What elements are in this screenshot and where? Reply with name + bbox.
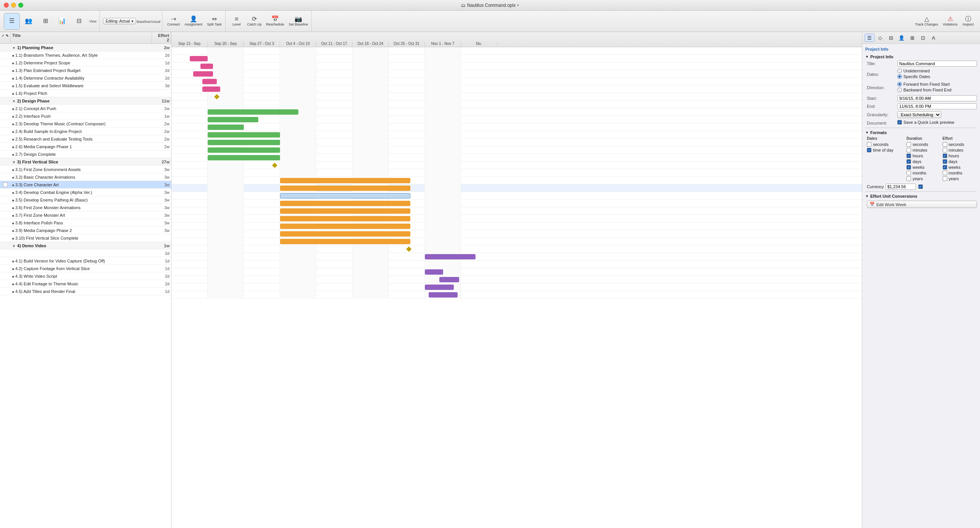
gantt-row[interactable]	[171, 93, 862, 101]
list-item[interactable]: 3.6) First Zone Monster Animations3w	[0, 204, 171, 211]
gantt-bar[interactable]	[429, 292, 458, 298]
gantt-row[interactable]	[171, 55, 862, 62]
gantt-row[interactable]	[171, 146, 862, 154]
gantt-row[interactable]	[171, 291, 862, 299]
list-item[interactable]: 3.7) First Zone Monster Art3w	[0, 211, 171, 219]
eff-weeks-cb[interactable]: ✓	[943, 165, 947, 170]
dur-days-cb[interactable]: ✓	[906, 159, 911, 164]
gantt-bar[interactable]	[208, 147, 280, 153]
title-input[interactable]	[897, 61, 977, 67]
dur-weeks-cb[interactable]: ✓	[906, 165, 911, 170]
gantt-row[interactable]	[171, 47, 862, 55]
granularity-select[interactable]: Exact Scheduling	[897, 111, 941, 118]
list-item[interactable]: 1.5) Evaluate and Select Middleware3d	[0, 82, 171, 90]
list-item[interactable]: 1.6) Project Pitch	[0, 90, 171, 97]
list-item[interactable]: 3.9) Media Campaign Phase 23w	[0, 227, 171, 234]
list-item[interactable]: 2d	[0, 250, 171, 257]
list-item[interactable]: 4.4) Edit Footage to Theme Music2d	[0, 280, 171, 288]
gantt-row[interactable]	[171, 62, 862, 70]
dur-hours-row[interactable]: ✓ hours	[906, 154, 941, 158]
gantt-row[interactable]	[171, 215, 862, 222]
gantt-area[interactable]: Sep 13 - SepSep 20 - SepSep 27 - Oct 3Oc…	[171, 32, 862, 528]
eff-days-row[interactable]: ✓ days	[943, 159, 977, 164]
inspect-button[interactable]: ⓘ Inspect	[960, 13, 976, 30]
view-people-button[interactable]: 👥	[21, 13, 37, 30]
gantt-bar[interactable]	[425, 285, 454, 290]
document-checkbox-row[interactable]: ✓ Save a Quick Look preview	[897, 120, 954, 125]
direction-forward-row[interactable]: Forward from Fixed Start	[897, 82, 951, 86]
gantt-bar[interactable]	[425, 269, 443, 275]
gantt-row[interactable]	[171, 253, 862, 261]
dur-days-row[interactable]: ✓ days	[906, 159, 941, 164]
gantt-bar[interactable]	[190, 56, 208, 61]
dates-timeofday-cb[interactable]: ✓	[867, 148, 871, 152]
dur-months-cb[interactable]	[906, 171, 911, 175]
gantt-row[interactable]	[171, 261, 862, 268]
rp-text-btn[interactable]: A	[929, 34, 938, 42]
gantt-bar[interactable]	[208, 140, 280, 145]
gantt-bar[interactable]	[208, 117, 258, 122]
expand-triangle-icon[interactable]: ▼	[12, 244, 16, 248]
list-item[interactable]: ▼ 4) Demo Video1w	[0, 242, 171, 250]
list-item[interactable]: ▼ 1) Planning Phase2w	[0, 44, 171, 51]
list-item[interactable]: 3.5) Develop Enemy Pathing AI (Basic)3w	[0, 196, 171, 204]
list-item[interactable]: 2.6) Media Campaign Phase 12w	[0, 143, 171, 150]
gantt-row[interactable]	[171, 283, 862, 291]
split-task-button[interactable]: ⇔ Split Task	[205, 13, 223, 30]
gantt-row[interactable]	[171, 192, 862, 200]
dur-minutes-cb[interactable]	[906, 148, 911, 152]
view-network-button[interactable]: ⊞	[37, 13, 53, 30]
gantt-row[interactable]	[171, 116, 862, 123]
list-item[interactable]: 2.7) Design Complete	[0, 150, 171, 158]
close-button[interactable]	[4, 3, 9, 8]
direction-backward-row[interactable]: Backward from Fixed End	[897, 88, 951, 92]
gantt-bar[interactable]	[200, 64, 213, 69]
currency-input[interactable]	[886, 184, 916, 190]
dur-months-row[interactable]: months	[906, 171, 941, 175]
dates-seconds-row[interactable]: seconds	[867, 142, 905, 147]
gantt-row[interactable]	[171, 78, 862, 85]
gantt-row[interactable]	[171, 123, 862, 131]
gantt-bar[interactable]	[280, 201, 410, 206]
list-item[interactable]: 1.3) Plan Estimated Project Budget2d	[0, 67, 171, 74]
list-item[interactable]: 4.5) Add Titles and Render Final1d	[0, 288, 171, 295]
editing-dropdown[interactable]: Editing: Actual ▾	[103, 18, 136, 24]
gantt-bar[interactable]	[202, 79, 217, 84]
list-item[interactable]: 3.10) First Vertical Slice Complete	[0, 234, 171, 242]
list-item[interactable]: 3.2) Basic Character Animations3w	[0, 173, 171, 181]
eff-seconds-cb[interactable]	[943, 142, 947, 147]
dur-years-row[interactable]: years	[906, 176, 941, 181]
currency-enabled-cb[interactable]: ✓	[918, 184, 923, 189]
gantt-bar[interactable]	[280, 224, 410, 229]
gantt-row[interactable]	[171, 177, 862, 184]
list-item[interactable]: 1.1) Brainstorm Themes, Audience, Art St…	[0, 51, 171, 59]
section-formats[interactable]: ▼ Formats	[865, 130, 977, 135]
dur-weeks-row[interactable]: ✓ weeks	[906, 165, 941, 170]
specific-radio[interactable]	[897, 74, 902, 79]
dur-seconds-cb[interactable]	[906, 142, 911, 147]
dur-minutes-row[interactable]: minutes	[906, 148, 941, 152]
section-project-info[interactable]: ▼ Project Info	[865, 54, 977, 59]
gantt-row[interactable]	[171, 200, 862, 207]
section-effort-conversions[interactable]: ▼ Effort Unit Conversions	[865, 194, 977, 198]
rp-user-btn[interactable]: 👤	[897, 34, 906, 42]
gantt-bar[interactable]	[280, 239, 410, 244]
gantt-row[interactable]	[171, 207, 862, 215]
dates-undetermined-row[interactable]: Undetermined	[897, 69, 930, 73]
eff-years-cb[interactable]	[943, 176, 947, 181]
gantt-row[interactable]	[171, 139, 862, 146]
gantt-row[interactable]	[171, 245, 862, 253]
eff-seconds-row[interactable]: seconds	[943, 142, 977, 147]
gantt-bar[interactable]	[280, 231, 410, 237]
list-item[interactable]: 1.2) Determine Project Scope1d	[0, 59, 171, 67]
list-item[interactable]: 3.8) Interface Polish Pass3w	[0, 219, 171, 227]
rp-styles-btn[interactable]: ⊟	[886, 34, 896, 42]
eff-hours-cb[interactable]: ✓	[943, 154, 947, 158]
list-item[interactable]: 3.3) Core Character Art3w	[0, 181, 171, 189]
gantt-row[interactable]	[171, 70, 862, 78]
list-item[interactable]: 2.3) Develop Theme Music (Contract Compo…	[0, 120, 171, 128]
list-item[interactable]: 2.4) Build Sample In-Engine Project2w	[0, 128, 171, 135]
zoom-button[interactable]	[18, 3, 23, 8]
gantt-bar[interactable]	[193, 71, 213, 77]
gantt-row[interactable]	[171, 169, 862, 177]
